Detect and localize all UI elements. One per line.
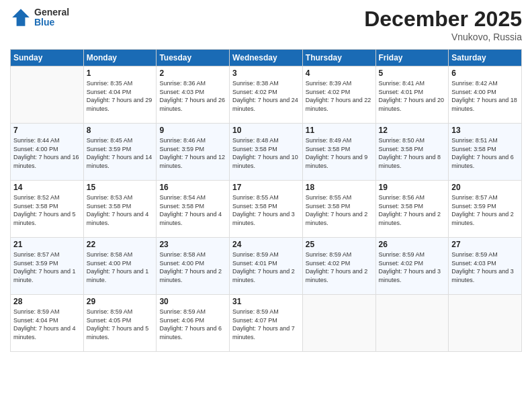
day-info: Sunrise: 8:51 AMSunset: 3:58 PMDaylight:… [451, 136, 519, 170]
day-info: Sunrise: 8:50 AMSunset: 3:58 PMDaylight:… [379, 136, 446, 170]
day-number: 5 [379, 68, 446, 78]
day-number: 4 [306, 68, 373, 78]
day-info: Sunrise: 8:58 AMSunset: 4:00 PMDaylight:… [159, 250, 226, 284]
day-number: 17 [232, 183, 300, 192]
day-info: Sunrise: 8:48 AMSunset: 3:58 PMDaylight:… [232, 136, 300, 170]
day-number: 9 [159, 126, 226, 135]
day-number: 13 [451, 126, 519, 135]
day-info: Sunrise: 8:59 AMSunset: 4:01 PMDaylight:… [232, 250, 300, 284]
calendar-cell-0-1: 1Sunrise: 8:35 AMSunset: 4:04 PMDaylight… [83, 66, 157, 124]
day-number: 31 [232, 297, 300, 306]
day-info: Sunrise: 8:53 AMSunset: 3:58 PMDaylight:… [87, 193, 154, 227]
day-info: Sunrise: 8:36 AMSunset: 4:03 PMDaylight:… [159, 79, 226, 113]
logo-icon [10, 7, 32, 28]
calendar-week-1: 1Sunrise: 8:35 AMSunset: 4:04 PMDaylight… [11, 66, 522, 124]
calendar-cell-1-6: 13Sunrise: 8:51 AMSunset: 3:58 PMDayligh… [449, 124, 522, 181]
page-header: General Blue December 2025 Vnukovo, Russ… [10, 7, 522, 42]
day-number: 8 [87, 126, 154, 135]
calendar-cell-4-5 [375, 295, 449, 352]
day-number: 14 [13, 183, 81, 192]
day-info: Sunrise: 8:41 AMSunset: 4:01 PMDaylight:… [379, 79, 446, 113]
day-number: 6 [451, 68, 519, 78]
day-number: 12 [379, 126, 446, 135]
calendar-table: Sunday Monday Tuesday Wednesday Thursday… [10, 49, 522, 352]
calendar-week-4: 21Sunrise: 8:57 AMSunset: 3:59 PMDayligh… [11, 238, 522, 295]
logo-general-text: General [34, 7, 69, 17]
calendar-cell-0-2: 2Sunrise: 8:36 AMSunset: 4:03 PMDaylight… [157, 66, 230, 124]
calendar-week-2: 7Sunrise: 8:44 AMSunset: 4:00 PMDaylight… [11, 124, 522, 181]
logo-blue-text: Blue [34, 17, 69, 28]
day-info: Sunrise: 8:59 AMSunset: 4:07 PMDaylight:… [232, 308, 300, 341]
day-number: 28 [13, 297, 81, 306]
day-number: 25 [306, 240, 373, 249]
logo: General Blue [10, 7, 69, 28]
calendar-cell-3-3: 24Sunrise: 8:59 AMSunset: 4:01 PMDayligh… [230, 238, 303, 295]
col-sunday: Sunday [11, 50, 84, 66]
col-wednesday: Wednesday [230, 50, 303, 66]
calendar-cell-2-2: 16Sunrise: 8:54 AMSunset: 3:58 PMDayligh… [157, 181, 230, 238]
day-number: 16 [159, 183, 226, 192]
calendar-cell-2-6: 20Sunrise: 8:57 AMSunset: 3:59 PMDayligh… [449, 181, 522, 238]
day-number: 19 [379, 183, 446, 192]
day-info: Sunrise: 8:44 AMSunset: 4:00 PMDaylight:… [13, 136, 81, 170]
day-info: Sunrise: 8:46 AMSunset: 3:59 PMDaylight:… [159, 136, 226, 170]
calendar-cell-2-5: 19Sunrise: 8:56 AMSunset: 3:58 PMDayligh… [375, 181, 449, 238]
calendar-cell-4-1: 29Sunrise: 8:59 AMSunset: 4:05 PMDayligh… [83, 295, 157, 352]
page-container: General Blue December 2025 Vnukovo, Russ… [0, 0, 532, 359]
calendar-cell-0-0 [11, 66, 84, 124]
calendar-cell-2-0: 14Sunrise: 8:52 AMSunset: 3:58 PMDayligh… [11, 181, 84, 238]
day-info: Sunrise: 8:55 AMSunset: 3:58 PMDaylight:… [232, 193, 300, 227]
day-number: 22 [87, 240, 154, 249]
day-info: Sunrise: 8:49 AMSunset: 3:58 PMDaylight:… [306, 136, 373, 170]
calendar-cell-4-2: 30Sunrise: 8:59 AMSunset: 4:06 PMDayligh… [157, 295, 230, 352]
day-number: 1 [87, 68, 154, 78]
col-monday: Monday [83, 50, 157, 66]
day-info: Sunrise: 8:59 AMSunset: 4:02 PMDaylight:… [379, 250, 446, 284]
month-title: December 2025 [364, 7, 522, 32]
col-friday: Friday [375, 50, 449, 66]
col-thursday: Thursday [302, 50, 375, 66]
day-info: Sunrise: 8:59 AMSunset: 4:04 PMDaylight:… [13, 308, 81, 341]
calendar-cell-4-3: 31Sunrise: 8:59 AMSunset: 4:07 PMDayligh… [230, 295, 303, 352]
day-number: 21 [13, 240, 81, 249]
day-number: 3 [232, 68, 300, 78]
calendar-cell-3-4: 25Sunrise: 8:59 AMSunset: 4:02 PMDayligh… [302, 238, 375, 295]
day-info: Sunrise: 8:56 AMSunset: 3:58 PMDaylight:… [379, 193, 446, 227]
day-info: Sunrise: 8:58 AMSunset: 4:00 PMDaylight:… [87, 250, 154, 284]
calendar-cell-0-3: 3Sunrise: 8:38 AMSunset: 4:02 PMDaylight… [230, 66, 303, 124]
day-info: Sunrise: 8:54 AMSunset: 3:58 PMDaylight:… [159, 193, 226, 227]
calendar-cell-1-3: 10Sunrise: 8:48 AMSunset: 3:58 PMDayligh… [230, 124, 303, 181]
day-number: 29 [87, 297, 154, 306]
day-info: Sunrise: 8:59 AMSunset: 4:06 PMDaylight:… [159, 308, 226, 341]
day-info: Sunrise: 8:52 AMSunset: 3:58 PMDaylight:… [13, 193, 81, 227]
day-number: 11 [306, 126, 373, 135]
col-saturday: Saturday [449, 50, 522, 66]
day-info: Sunrise: 8:59 AMSunset: 4:05 PMDaylight:… [87, 308, 154, 341]
day-number: 15 [87, 183, 154, 192]
logo-text: General Blue [34, 7, 69, 28]
day-number: 7 [13, 126, 81, 135]
day-info: Sunrise: 8:38 AMSunset: 4:02 PMDaylight:… [232, 79, 300, 113]
day-info: Sunrise: 8:57 AMSunset: 3:59 PMDaylight:… [451, 193, 519, 227]
calendar-header-row: Sunday Monday Tuesday Wednesday Thursday… [11, 50, 522, 66]
calendar-cell-3-6: 27Sunrise: 8:59 AMSunset: 4:03 PMDayligh… [449, 238, 522, 295]
calendar-cell-1-2: 9Sunrise: 8:46 AMSunset: 3:59 PMDaylight… [157, 124, 230, 181]
calendar-cell-0-6: 6Sunrise: 8:42 AMSunset: 4:00 PMDaylight… [449, 66, 522, 124]
calendar-cell-4-4 [302, 295, 375, 352]
day-info: Sunrise: 8:35 AMSunset: 4:04 PMDaylight:… [87, 79, 154, 113]
day-number: 27 [451, 240, 519, 249]
calendar-week-5: 28Sunrise: 8:59 AMSunset: 4:04 PMDayligh… [11, 295, 522, 352]
col-tuesday: Tuesday [157, 50, 230, 66]
calendar-cell-1-5: 12Sunrise: 8:50 AMSunset: 3:58 PMDayligh… [375, 124, 449, 181]
calendar-cell-3-2: 23Sunrise: 8:58 AMSunset: 4:00 PMDayligh… [157, 238, 230, 295]
calendar-cell-4-0: 28Sunrise: 8:59 AMSunset: 4:04 PMDayligh… [11, 295, 84, 352]
calendar-cell-1-4: 11Sunrise: 8:49 AMSunset: 3:58 PMDayligh… [302, 124, 375, 181]
calendar-cell-3-1: 22Sunrise: 8:58 AMSunset: 4:00 PMDayligh… [83, 238, 157, 295]
location-text: Vnukovo, Russia [364, 32, 522, 42]
day-number: 10 [232, 126, 300, 135]
calendar-week-3: 14Sunrise: 8:52 AMSunset: 3:58 PMDayligh… [11, 181, 522, 238]
day-info: Sunrise: 8:39 AMSunset: 4:02 PMDaylight:… [306, 79, 373, 113]
day-number: 18 [306, 183, 373, 192]
calendar-cell-4-6 [449, 295, 522, 352]
calendar-cell-3-5: 26Sunrise: 8:59 AMSunset: 4:02 PMDayligh… [375, 238, 449, 295]
